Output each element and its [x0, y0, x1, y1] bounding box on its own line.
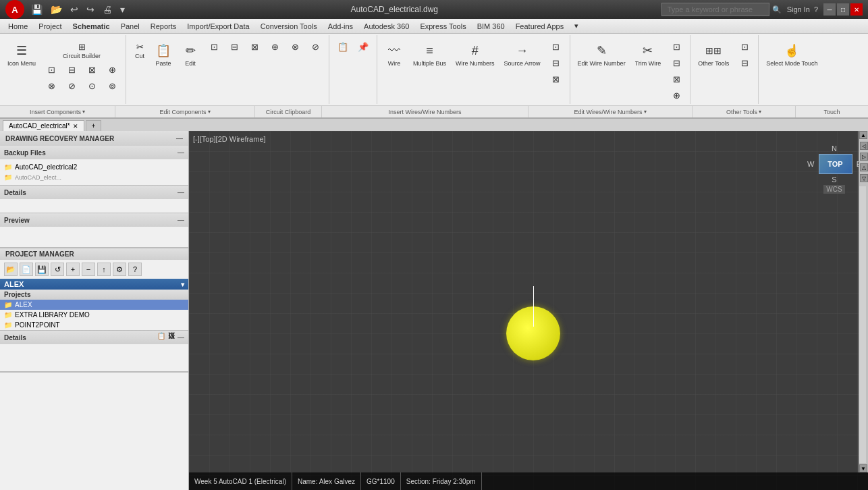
wire-button[interactable]: 〰 Wire [381, 39, 407, 69]
insert-btn-4[interactable]: ⊕ [103, 62, 121, 77]
editwire-sm-3[interactable]: ⊠ [667, 72, 686, 86]
insert-btn-2[interactable]: ⊟ [62, 62, 81, 77]
insert-btn-5[interactable]: ⊗ [42, 78, 61, 93]
scroll-down-button[interactable]: ▼ [859, 464, 867, 472]
label-edit-wires[interactable]: Edit Wires/Wire Numbers ▾ [528, 106, 693, 117]
menu-express-tools[interactable]: Express Tools [414, 21, 471, 32]
open-icon[interactable]: 📂 [48, 3, 65, 16]
scroll-up-button[interactable]: ▲ [859, 131, 867, 139]
wire-sm-2[interactable]: ⊟ [547, 55, 566, 70]
close-button[interactable]: ✕ [850, 3, 863, 16]
paste-button[interactable]: 📋 Paste [151, 39, 176, 69]
backup-minimize[interactable]: ─ [178, 147, 184, 158]
compass-cube[interactable]: TOP [819, 154, 852, 174]
edit-wire-number-button[interactable]: ✎ Edit Wire Number [574, 39, 629, 69]
trim-wire-button[interactable]: ✂ Trim Wire [632, 39, 665, 69]
menu-import-export[interactable]: Import/Export Data [182, 21, 254, 32]
wire-sm-1[interactable]: ⊡ [547, 39, 566, 54]
other-sm-1[interactable]: ⊡ [735, 39, 754, 54]
edit-sm-5[interactable]: ⊗ [286, 39, 304, 54]
project-item-extra[interactable]: 📁 EXTRA LIBRARY DEMO [0, 310, 188, 320]
label-insert-wires[interactable]: Insert Wires/Wire Numbers [322, 106, 528, 117]
editwire-sm-4[interactable]: ⊕ [667, 88, 686, 103]
backup-file-item-2[interactable]: 📁 AutoCAD_elect... [4, 172, 184, 182]
edit-sm-4[interactable]: ⊕ [265, 39, 284, 54]
insert-btn-7[interactable]: ⊙ [82, 78, 101, 93]
drawing-area[interactable]: [-][Top][2D Wireframe] N W TOP E S WCS ▲… [189, 131, 868, 490]
menu-options[interactable]: ▾ [569, 20, 584, 32]
multiple-bus-button[interactable]: ≡ Multiple Bus [410, 39, 450, 69]
edit-sm-6[interactable]: ⊘ [306, 39, 325, 54]
menu-conversion-tools[interactable]: Conversion Tools [255, 21, 323, 32]
help-icon[interactable]: ? [814, 5, 818, 13]
edit-wires-dropdown-icon[interactable]: ▾ [644, 109, 647, 115]
edit-sm-1[interactable]: ⊡ [205, 39, 223, 54]
label-insert-components[interactable]: Insert Components ▾ [0, 106, 115, 117]
scroll-tool-2[interactable]: ▷ [860, 153, 868, 161]
search-icon[interactable]: 🔍 [772, 5, 782, 14]
menu-schematic[interactable]: Schematic [67, 21, 115, 32]
circuit-builder-button[interactable]: ⊞ Circuit Builder [42, 39, 121, 61]
editwire-sm-2[interactable]: ⊟ [667, 55, 686, 70]
label-circuit-clipboard[interactable]: Circuit Clipboard [255, 106, 322, 117]
menu-addins[interactable]: Add-ins [323, 21, 358, 32]
menu-reports[interactable]: Reports [145, 21, 182, 32]
redo-icon[interactable]: ↪ [84, 3, 97, 16]
edit-components-dropdown-icon[interactable]: ▾ [208, 109, 211, 115]
dropdown-arrow-icon[interactable]: ▾ [117, 3, 128, 16]
project-tool-remove[interactable]: − [82, 263, 95, 276]
scroll-track-right[interactable] [859, 186, 866, 463]
details-minimize-recovery[interactable]: ─ [178, 187, 184, 198]
project-item-point2point[interactable]: 📁 POINT2POINT [0, 320, 188, 330]
other-tools-dropdown-icon[interactable]: ▾ [759, 109, 761, 115]
insert-btn-3[interactable]: ⊠ [82, 62, 101, 77]
menu-featured-apps[interactable]: Featured Apps [510, 21, 570, 32]
edit-sm-2[interactable]: ⊟ [225, 39, 244, 54]
edit-button[interactable]: ✏ Edit [178, 39, 203, 69]
other-sm-2[interactable]: ⊟ [735, 55, 754, 70]
wire-sm-3[interactable]: ⊠ [547, 72, 566, 86]
sign-in-label[interactable]: Sign In [787, 5, 810, 13]
add-doc-tab[interactable]: + [86, 120, 102, 131]
scroll-tool-4[interactable]: ▽ [860, 174, 868, 182]
doc-tab-autocad[interactable]: AutoCAD_electrical* ✕ [3, 120, 84, 131]
minimize-button[interactable]: ─ [823, 3, 836, 16]
cut-button[interactable]: ✂ Cut [130, 39, 149, 61]
search-input[interactable] [661, 3, 769, 16]
menu-panel[interactable]: Panel [115, 21, 145, 32]
icon-menu-button[interactable]: ☰ Icon Menu [4, 39, 39, 69]
insert-components-dropdown-icon[interactable]: ▾ [82, 109, 85, 115]
edit-sm-3[interactable]: ⊠ [245, 39, 264, 54]
scroll-tool-3[interactable]: △ [860, 163, 868, 171]
project-tool-up[interactable]: ↑ [97, 263, 111, 276]
menu-autodesk360[interactable]: Autodesk 360 [358, 21, 414, 32]
maximize-button[interactable]: □ [837, 3, 849, 16]
doc-tab-close-icon[interactable]: ✕ [73, 123, 78, 130]
undo-icon[interactable]: ↩ [67, 3, 81, 16]
details-icon-1[interactable]: 📋 [157, 332, 165, 343]
save-icon[interactable]: 💾 [28, 3, 45, 16]
scroll-tool-1[interactable]: ◁ [860, 142, 868, 150]
details-icon-2[interactable]: 🖼 [168, 332, 175, 343]
label-edit-components[interactable]: Edit Components ▾ [115, 106, 255, 117]
editwire-sm-1[interactable]: ⊡ [667, 39, 686, 54]
menu-home[interactable]: Home [3, 21, 33, 32]
backup-file-item-1[interactable]: 📁 AutoCAD_electrical2 [4, 162, 184, 172]
project-tool-add[interactable]: + [66, 263, 80, 276]
project-tool-new[interactable]: 📄 [20, 263, 33, 276]
details-minimize-project[interactable]: ─ [178, 332, 184, 343]
print-icon[interactable]: 🖨 [100, 3, 115, 16]
drawing-recovery-minimize[interactable]: ─ [176, 133, 183, 144]
menu-bim360[interactable]: BIM 360 [472, 21, 510, 32]
project-tool-refresh[interactable]: ↺ [51, 263, 64, 276]
clipboard-btn-2[interactable]: 📌 [354, 39, 373, 103]
insert-btn-1[interactable]: ⊡ [42, 62, 61, 77]
label-other-tools[interactable]: Other Tools ▾ [693, 106, 796, 117]
other-tools-button[interactable]: ⊞⊞ Other Tools [695, 39, 732, 69]
menu-project[interactable]: Project [33, 21, 67, 32]
preview-minimize[interactable]: ─ [178, 215, 184, 225]
project-item-alex[interactable]: 📁 ALEX [0, 300, 188, 310]
project-tool-open[interactable]: 📂 [4, 263, 18, 276]
source-arrow-button[interactable]: → Source Arrow [501, 39, 544, 69]
insert-btn-6[interactable]: ⊘ [62, 78, 81, 93]
